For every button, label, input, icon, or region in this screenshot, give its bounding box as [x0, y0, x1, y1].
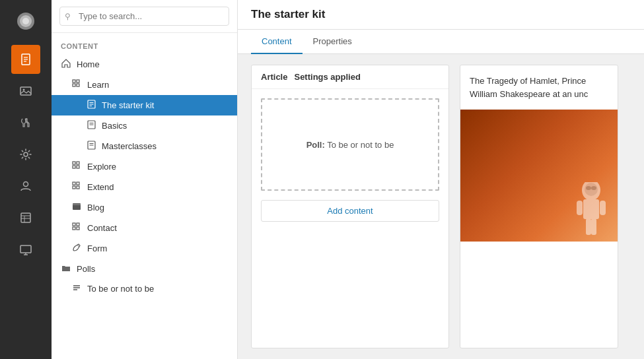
- basics-icon: [86, 120, 96, 131]
- svg-rect-19: [73, 80, 75, 82]
- monitor-icon: [19, 243, 32, 256]
- contacts-icon: [19, 211, 32, 224]
- article-label: Article: [261, 72, 287, 82]
- sidebar-item-starter-kit[interactable]: The starter kit: [52, 95, 237, 115]
- svg-point-53: [585, 183, 598, 196]
- masterclasses-icon: [86, 141, 96, 152]
- sidebar-item-learn[interactable]: Learn: [52, 75, 237, 95]
- svg-rect-21: [73, 84, 75, 86]
- search-input[interactable]: [59, 7, 229, 26]
- svg-rect-34: [77, 162, 79, 164]
- settings-badge: Settings applied: [294, 72, 360, 82]
- svg-rect-47: [77, 227, 79, 230]
- nav-documents-button[interactable]: [11, 45, 40, 74]
- tab-content[interactable]: Content: [251, 30, 303, 54]
- svg-rect-45: [77, 223, 79, 226]
- page-title: The starter kit: [251, 8, 631, 21]
- nav-user-button[interactable]: [11, 172, 40, 201]
- form-icon: [71, 243, 82, 254]
- svg-rect-16: [20, 245, 31, 253]
- to-be-icon: [71, 283, 82, 294]
- svg-point-2: [22, 18, 29, 24]
- sidebar-item-form-label: Form: [87, 244, 107, 253]
- hamlet-card-image: [460, 110, 618, 242]
- nav-tools-button[interactable]: [11, 108, 40, 137]
- svg-rect-38: [77, 182, 79, 185]
- svg-rect-35: [73, 166, 75, 168]
- blog-icon: [71, 202, 82, 213]
- article-header: Article Settings applied: [252, 65, 448, 89]
- svg-line-48: [77, 245, 79, 247]
- svg-rect-57: [586, 218, 591, 235]
- poll-text: To be or not to be: [327, 140, 394, 150]
- sidebar-item-learn-label: Learn: [87, 80, 109, 90]
- svg-point-60: [591, 186, 596, 190]
- icon-bar: [0, 0, 52, 359]
- tabs-bar: Content Properties: [238, 30, 644, 54]
- hamlet-card: The Tragedy of Hamlet, Prince William Sh…: [460, 65, 618, 348]
- svg-point-59: [586, 186, 591, 190]
- sidebar-item-home[interactable]: Home: [52, 54, 237, 75]
- sidebar-item-polls[interactable]: Polls: [52, 259, 237, 278]
- nav-images-button[interactable]: [11, 77, 40, 106]
- svg-rect-54: [583, 199, 599, 219]
- sidebar-item-blog[interactable]: Blog: [52, 197, 237, 218]
- explore-icon: [71, 161, 82, 172]
- document-icon: [19, 53, 32, 66]
- svg-rect-7: [20, 87, 31, 95]
- nav-contacts-button[interactable]: [11, 203, 40, 232]
- sidebar-item-home-label: Home: [77, 59, 100, 69]
- sidebar-item-contact-label: Contact: [87, 223, 117, 233]
- sidebar-item-to-be[interactable]: To be or not to be: [52, 278, 237, 299]
- sidebar-item-explore[interactable]: Explore: [52, 156, 237, 177]
- tab-properties[interactable]: Properties: [303, 30, 363, 54]
- article-section: Article Settings applied Poll: To be or …: [251, 65, 449, 348]
- svg-rect-44: [73, 223, 75, 226]
- svg-rect-40: [77, 186, 79, 189]
- sidebar: ⚲ CONTENT Home Learn The starter kit Bas…: [52, 0, 238, 359]
- svg-rect-36: [77, 166, 79, 168]
- sidebar-item-masterclasses-label: Masterclasses: [102, 141, 157, 151]
- svg-rect-56: [600, 201, 606, 215]
- svg-rect-39: [73, 186, 75, 189]
- sidebar-item-form[interactable]: Form: [52, 238, 237, 259]
- nav-settings-button[interactable]: [11, 140, 40, 169]
- sidebar-item-basics-label: Basics: [102, 121, 127, 131]
- sidebar-item-contact[interactable]: Contact: [52, 218, 237, 238]
- sidebar-item-explore-label: Explore: [87, 162, 116, 172]
- contact-icon: [71, 222, 82, 234]
- extend-icon: [71, 181, 82, 193]
- sidebar-item-basics[interactable]: Basics: [52, 115, 237, 136]
- sidebar-item-extend[interactable]: Extend: [52, 177, 237, 197]
- svg-point-11: [24, 182, 28, 187]
- page-header: The starter kit: [238, 0, 644, 30]
- svg-point-8: [23, 89, 25, 91]
- logo-button[interactable]: [11, 7, 40, 36]
- sidebar-item-starter-kit-label: The starter kit: [102, 100, 154, 110]
- search-icon: ⚲: [65, 12, 71, 21]
- svg-rect-37: [73, 182, 75, 185]
- svg-rect-22: [77, 84, 79, 86]
- hamlet-card-text: The Tragedy of Hamlet, Prince William Sh…: [460, 65, 618, 110]
- logo-icon: [17, 12, 35, 30]
- sidebar-item-blog-label: Blog: [87, 203, 104, 212]
- svg-rect-55: [577, 201, 583, 215]
- content-section-label: CONTENT: [52, 33, 237, 54]
- figure-silhouette: [571, 182, 611, 242]
- poll-label: Poll:: [306, 140, 325, 150]
- svg-rect-20: [77, 80, 79, 82]
- polls-folder-icon: [61, 263, 71, 274]
- svg-rect-58: [591, 218, 596, 235]
- main-body: Article Settings applied Poll: To be or …: [238, 54, 644, 359]
- sidebar-item-extend-label: Extend: [87, 182, 114, 192]
- user-icon: [19, 180, 32, 193]
- sidebar-item-masterclasses[interactable]: Masterclasses: [52, 136, 237, 156]
- add-content-button[interactable]: Add content: [261, 200, 439, 222]
- nav-monitor-button[interactable]: [11, 235, 40, 264]
- settings-icon: [19, 148, 32, 161]
- poll-area: Poll: To be or not to be: [261, 98, 439, 191]
- svg-rect-12: [21, 213, 30, 222]
- sidebar-item-polls-label: Polls: [77, 264, 95, 274]
- home-icon: [61, 59, 71, 70]
- image-icon: [19, 84, 32, 98]
